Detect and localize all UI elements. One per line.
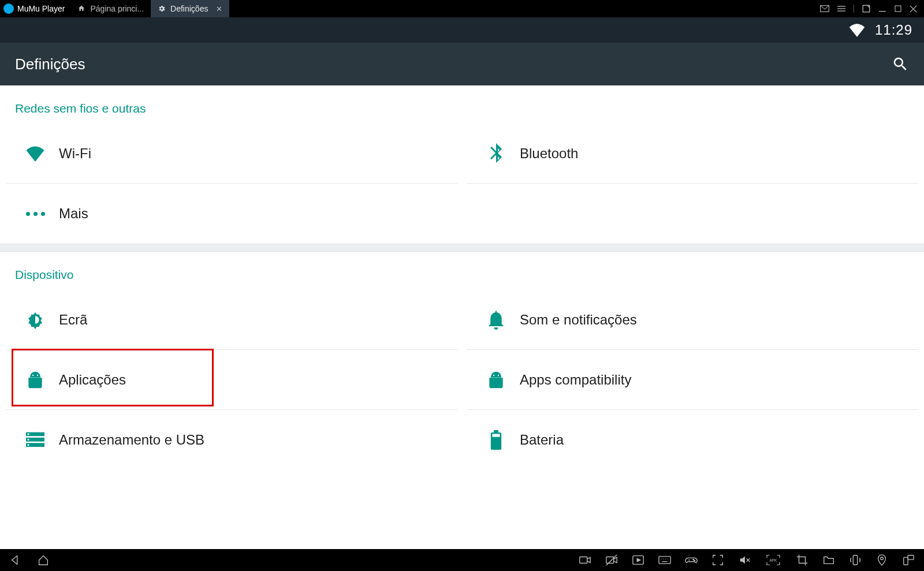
battery-label: Bateria (520, 432, 564, 448)
android-apps-icon (12, 371, 59, 389)
svg-point-35 (693, 559, 694, 559)
apps-label: Aplicações (59, 372, 126, 388)
app-name: MuMu Player (17, 4, 65, 13)
rotate-icon[interactable] (902, 554, 915, 566)
keyboard-icon[interactable] (658, 554, 671, 566)
settings-content: Redes sem fios e outras Wi-Fi Bluetooth … (0, 85, 924, 549)
svg-rect-42 (904, 557, 908, 565)
svg-point-41 (881, 557, 884, 560)
wifi-status-icon (848, 23, 866, 37)
location-icon[interactable] (875, 554, 888, 566)
svg-marker-26 (637, 558, 640, 562)
settings-item-storage[interactable]: Armazenamento e USB (6, 410, 457, 470)
crop-icon[interactable] (796, 554, 808, 566)
android-navbar: APK (0, 549, 924, 571)
mail-icon[interactable] (820, 5, 829, 12)
svg-rect-40 (853, 555, 857, 565)
svg-rect-6 (895, 6, 901, 12)
tab-strip: Página princi... Definições ✕ (70, 0, 229, 17)
fullscreen-icon[interactable] (862, 5, 870, 13)
display-icon (12, 311, 59, 329)
android-status-bar: 11:29 (0, 17, 924, 43)
storage-icon (12, 432, 59, 448)
section-header-device: Dispositivo (0, 252, 924, 290)
section-divider (0, 244, 924, 252)
section-header-wireless: Redes sem fios e outras (0, 85, 924, 124)
tab-close-icon[interactable]: ✕ (216, 5, 222, 13)
bluetooth-icon (472, 143, 520, 164)
storage-label: Armazenamento e USB (59, 432, 204, 448)
bluetooth-label: Bluetooth (520, 145, 578, 162)
nav-home-icon[interactable] (37, 554, 50, 566)
home-icon (77, 5, 85, 13)
settings-item-apps[interactable]: Aplicações (6, 350, 457, 410)
settings-item-display[interactable]: Ecrã (6, 290, 457, 350)
more-icon (12, 212, 59, 216)
folder-icon[interactable] (822, 554, 835, 566)
menu-icon[interactable] (837, 5, 845, 12)
fullscreen-toggle-icon[interactable] (711, 554, 724, 566)
svg-rect-23 (606, 557, 614, 563)
close-icon[interactable] (910, 5, 917, 13)
svg-rect-18 (28, 444, 29, 446)
tab-settings-label: Definições (170, 4, 208, 13)
settings-item-battery[interactable]: Bateria (467, 410, 918, 470)
svg-rect-43 (908, 555, 914, 559)
mumu-logo-icon (3, 3, 14, 14)
android-compat-icon (472, 371, 520, 389)
screenshot-icon[interactable] (632, 554, 644, 566)
wifi-label: Wi-Fi (59, 145, 91, 162)
shake-icon[interactable] (849, 554, 862, 566)
tab-home-label: Página princi... (90, 4, 144, 13)
page-title: Definições (15, 55, 85, 73)
svg-rect-21 (492, 434, 500, 437)
gear-icon (158, 5, 166, 13)
bell-icon (472, 310, 520, 330)
apps-compat-label: Apps compatibility (520, 372, 631, 388)
sound-label: Som e notificações (520, 312, 637, 328)
svg-rect-17 (28, 439, 29, 441)
apk-install-icon[interactable]: APK (765, 554, 782, 566)
window-titlebar: MuMu Player Página princi... Definições … (0, 0, 924, 17)
svg-point-10 (37, 374, 38, 375)
window-controls (820, 5, 924, 13)
tab-home[interactable]: Página princi... (70, 0, 151, 17)
svg-line-24 (606, 555, 617, 565)
svg-rect-22 (580, 557, 587, 563)
maximize-icon[interactable] (895, 5, 901, 12)
status-time: 11:29 (875, 22, 912, 38)
svg-rect-19 (494, 430, 498, 432)
separator (854, 5, 854, 13)
svg-text:APK: APK (770, 558, 778, 562)
record-icon[interactable] (579, 554, 591, 566)
svg-point-12 (498, 374, 499, 375)
settings-item-bluetooth[interactable]: Bluetooth (467, 124, 918, 184)
settings-item-apps-compat[interactable]: Apps compatibility (467, 350, 918, 410)
volume-mute-icon[interactable] (738, 554, 751, 566)
settings-item-more[interactable]: Mais (6, 184, 457, 244)
svg-point-11 (493, 374, 494, 375)
battery-icon (472, 430, 520, 450)
settings-item-wifi[interactable]: Wi-Fi (6, 124, 457, 184)
nav-back-icon[interactable] (9, 554, 22, 566)
tab-settings[interactable]: Definições ✕ (151, 0, 229, 17)
svg-point-9 (32, 374, 33, 375)
svg-point-36 (694, 560, 695, 561)
search-icon[interactable] (892, 55, 909, 73)
more-label: Mais (59, 206, 88, 222)
settings-item-sound[interactable]: Som e notificações (467, 290, 918, 350)
minimize-icon[interactable] (878, 5, 886, 13)
camera-off-icon[interactable] (605, 554, 618, 566)
app-header: Definições (0, 43, 924, 85)
svg-rect-16 (28, 434, 29, 435)
gamepad-icon[interactable] (685, 554, 698, 566)
display-label: Ecrã (59, 312, 87, 328)
svg-rect-27 (659, 557, 670, 564)
wifi-icon (12, 145, 59, 162)
